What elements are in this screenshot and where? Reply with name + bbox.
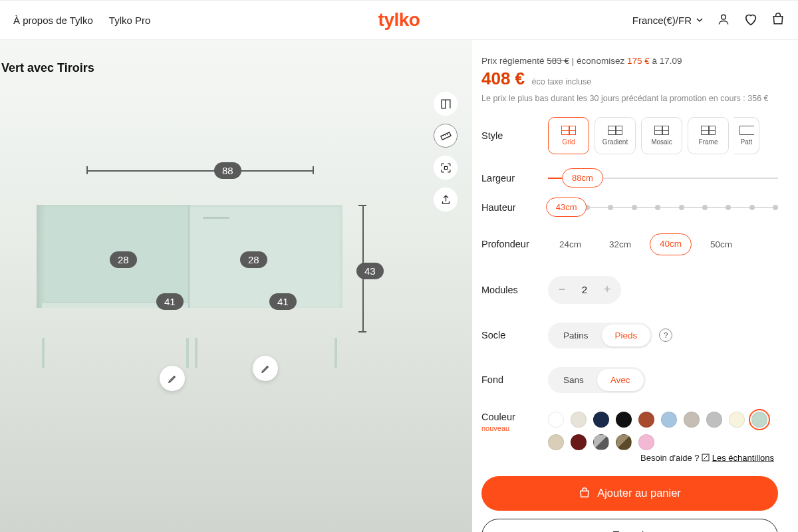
base-options: Patins Pieds (548, 323, 652, 348)
config-panel: Prix réglementé 583 € | économisez 175 €… (472, 40, 798, 532)
modules-stepper: − 2 + (548, 276, 621, 304)
about-link[interactable]: À propos de Tylko (13, 15, 93, 26)
depth-options: 24cm 32cm 40cm 50cm (548, 231, 743, 257)
heart-icon (594, 530, 606, 533)
dim-inner-w: 41 (156, 293, 184, 310)
samples-icon (702, 454, 710, 462)
locale-label: France(€)/FR (632, 15, 692, 26)
product-title: Vert avec Tiroirs (1, 61, 94, 75)
style-gradient[interactable]: Gradient (595, 117, 636, 154)
share-button[interactable] (434, 188, 458, 211)
color-swatch[interactable] (571, 412, 587, 428)
color-swatch[interactable] (593, 412, 609, 428)
depth-32[interactable]: 32cm (600, 233, 640, 255)
color-swatch[interactable] (684, 412, 700, 428)
view-room-button[interactable] (434, 92, 458, 116)
width-label: Largeur (481, 173, 548, 184)
modules-minus[interactable]: − (551, 279, 573, 301)
ar-button[interactable] (434, 156, 458, 180)
depth-40[interactable]: 40cm (650, 233, 692, 255)
furniture-render: 28 28 41 41 (37, 205, 342, 338)
base-patins[interactable]: Patins (550, 325, 602, 346)
height-slider[interactable]: 43cm (548, 207, 778, 208)
back-label: Fond (481, 374, 548, 385)
dimensions-button[interactable] (434, 124, 458, 148)
edit-shelf-left-button[interactable] (160, 366, 185, 391)
color-swatch[interactable] (729, 412, 745, 428)
share-icon (440, 194, 452, 205)
dim-inner-h: 28 (240, 251, 267, 268)
locale-selector[interactable]: France(€)/FR (632, 15, 704, 26)
color-swatch[interactable] (616, 434, 632, 450)
color-swatch[interactable] (638, 412, 654, 428)
color-swatch[interactable] (661, 412, 677, 428)
dim-width: 88 (214, 162, 241, 179)
color-swatch[interactable] (751, 412, 767, 428)
style-mosaic[interactable]: Mosaic (641, 117, 682, 154)
depth-label: Profondeur (481, 239, 548, 249)
price: 408 € (481, 68, 525, 89)
ruler-icon (440, 130, 452, 142)
room-icon (440, 98, 452, 110)
wishlist-icon[interactable] (743, 12, 758, 29)
base-help[interactable]: ? (659, 329, 672, 342)
modules-plus[interactable]: + (596, 279, 618, 301)
pencil-icon (168, 374, 178, 384)
logo[interactable]: tylko (378, 9, 420, 31)
back-sans[interactable]: Sans (550, 369, 597, 391)
edit-shelf-right-button[interactable] (253, 356, 278, 381)
width-value: 88cm (562, 168, 603, 188)
color-swatch[interactable] (593, 434, 609, 450)
color-swatches (548, 412, 774, 450)
price-tax: éco taxe incluse (532, 77, 592, 86)
viewer-tools (434, 92, 458, 211)
account-icon[interactable] (717, 13, 730, 28)
back-avec[interactable]: Avec (597, 369, 644, 391)
header: À propos de Tylko Tylko Pro tylko France… (0, 0, 798, 40)
color-swatch[interactable] (571, 434, 587, 450)
depth-24[interactable]: 24cm (550, 233, 591, 255)
chevron-down-icon (696, 16, 704, 24)
dim-height: 43 (356, 263, 384, 279)
dim-inner-w: 41 (269, 293, 297, 310)
base-label: Socle (481, 330, 548, 340)
price-regulated: Prix réglementé 583 € | économisez 175 €… (481, 56, 778, 66)
samples-help: Besoin d'aide ? Les échantillons (548, 453, 774, 463)
color-swatch[interactable] (706, 412, 722, 428)
cart-icon[interactable] (771, 13, 785, 28)
modules-label: Modules (481, 285, 548, 295)
color-label: Couleurnouveau (481, 412, 548, 433)
base-pieds[interactable]: Pieds (602, 325, 651, 346)
style-label: Style (481, 130, 548, 141)
pencil-icon (261, 364, 271, 374)
color-swatch[interactable] (548, 434, 564, 450)
style-pattern[interactable]: Patt (734, 117, 759, 154)
samples-link[interactable]: Les échantillons (712, 453, 774, 463)
pro-link[interactable]: Tylko Pro (109, 15, 151, 26)
style-grid[interactable]: Grid (548, 117, 589, 154)
height-label: Hauteur (481, 202, 548, 213)
svg-point-0 (722, 15, 726, 19)
dim-inner-h: 28 (110, 251, 137, 268)
color-swatch[interactable] (548, 412, 564, 428)
color-swatch[interactable] (638, 434, 654, 450)
ar-icon (440, 162, 452, 174)
depth-50[interactable]: 50cm (701, 233, 741, 255)
back-options: Sans Avec (548, 367, 646, 393)
product-viewer[interactable]: Vert avec Tiroirs 88 43 40 28 (0, 40, 472, 532)
modules-value: 2 (573, 284, 596, 295)
color-swatch[interactable] (616, 412, 632, 428)
width-slider[interactable]: 88cm (548, 178, 778, 179)
style-frame[interactable]: Frame (688, 117, 729, 154)
lowest-price-note: Le prix le plus bas durant les 30 jours … (481, 93, 778, 105)
style-selector: Grid Gradient Mosaic Frame Patt (548, 117, 759, 154)
svg-rect-2 (444, 166, 447, 169)
cart-icon (579, 487, 591, 499)
height-value: 43cm (546, 198, 587, 217)
dim-line (86, 170, 313, 172)
add-to-cart-button[interactable]: Ajouter au panier (481, 476, 778, 511)
svg-rect-1 (440, 132, 450, 139)
save-button[interactable]: Enregistrer (481, 519, 778, 533)
